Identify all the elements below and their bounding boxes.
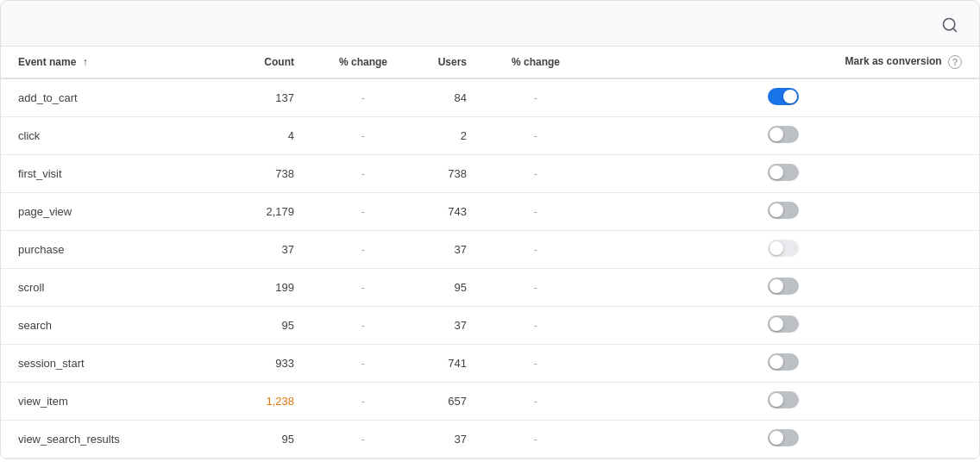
event-name-cell: page_view (1, 193, 225, 231)
col-count-change: % change (311, 47, 415, 78)
count-cell: 95 (225, 421, 311, 458)
count-change-cell: - (311, 269, 415, 307)
toggle-switch[interactable] (768, 391, 799, 409)
count-cell: 738 (225, 155, 311, 193)
toggle-container (605, 315, 962, 333)
users-cell: 37 (415, 231, 484, 269)
table-header-row: Event name ↑ Count % change Users % chan… (1, 47, 979, 78)
users-change-cell: - (484, 155, 587, 193)
event-name-cell: first_visit (1, 155, 225, 193)
users-change-cell: - (484, 421, 587, 458)
toggle-cell[interactable] (587, 383, 979, 421)
table-row: first_visit738-738- (1, 155, 979, 193)
col-event-name-label: Event name (18, 56, 76, 68)
toggle-switch[interactable] (768, 429, 799, 446)
panel-header (1, 1, 979, 47)
table-row: view_search_results95-37- (1, 421, 979, 458)
toggle-container (605, 353, 962, 371)
toggle-switch[interactable] (768, 240, 799, 257)
col-count: Count (225, 47, 311, 78)
toggle-cell[interactable] (587, 155, 979, 193)
table-row: purchase37-37- (1, 231, 979, 269)
users-cell: 37 (415, 307, 484, 345)
sort-asc-icon: ↑ (83, 56, 88, 68)
col-mark-conversion: Mark as conversion ? (587, 47, 979, 78)
col-users-change: % change (484, 47, 587, 78)
existing-events-panel: Event name ↑ Count % change Users % chan… (0, 0, 980, 459)
toggle-cell[interactable] (587, 307, 979, 345)
event-name-cell: view_item (1, 383, 225, 421)
count-change-cell: - (311, 383, 415, 421)
toggle-switch[interactable] (768, 164, 799, 181)
events-table: Event name ↑ Count % change Users % chan… (1, 47, 979, 458)
toggle-cell[interactable] (587, 231, 979, 269)
users-change-cell: - (484, 269, 587, 307)
table-row: add_to_cart137-84- (1, 78, 979, 117)
toggle-switch[interactable] (768, 315, 799, 333)
count-change-cell: - (311, 78, 415, 117)
toggle-knob (770, 431, 783, 445)
users-change-cell: - (484, 307, 587, 345)
search-button[interactable] (938, 13, 962, 37)
toggle-switch[interactable] (768, 278, 799, 295)
toggle-cell[interactable] (587, 78, 979, 117)
users-cell: 738 (415, 155, 484, 193)
count-change-cell: - (311, 307, 415, 345)
toggle-cell[interactable] (587, 269, 979, 307)
count-change-cell: - (311, 231, 415, 269)
toggle-container (605, 164, 962, 181)
table-row: session_start933-741- (1, 345, 979, 383)
toggle-switch[interactable] (768, 126, 799, 143)
event-name-cell: scroll (1, 269, 225, 307)
toggle-switch[interactable] (768, 88, 799, 105)
col-users: Users (415, 47, 484, 78)
toggle-switch[interactable] (768, 353, 799, 371)
toggle-knob (770, 393, 783, 407)
count-cell: 1,238 (225, 383, 311, 421)
count-change-cell: - (311, 345, 415, 383)
search-icon (941, 16, 958, 34)
col-event-name[interactable]: Event name ↑ (1, 47, 225, 78)
users-change-cell: - (484, 117, 587, 155)
count-cell: 199 (225, 269, 311, 307)
users-change-cell: - (484, 345, 587, 383)
toggle-container (605, 88, 962, 105)
users-cell: 2 (415, 117, 484, 155)
count-change-cell: - (311, 117, 415, 155)
table-row: page_view2,179-743- (1, 193, 979, 231)
table-row: scroll199-95- (1, 269, 979, 307)
toggle-knob (770, 279, 783, 293)
toggle-container (605, 278, 962, 295)
toggle-knob (770, 165, 783, 179)
count-cell: 4 (225, 117, 311, 155)
users-change-cell: - (484, 383, 587, 421)
help-icon[interactable]: ? (948, 55, 962, 69)
count-change-cell: - (311, 155, 415, 193)
table-row: view_item1,238-657- (1, 383, 979, 421)
count-cell: 95 (225, 307, 311, 345)
toggle-container (605, 202, 962, 219)
users-cell: 84 (415, 78, 484, 117)
toggle-cell[interactable] (587, 345, 979, 383)
users-cell: 657 (415, 383, 484, 421)
toggle-container (605, 391, 962, 409)
table-row: click4-2- (1, 117, 979, 155)
count-cell: 137 (225, 78, 311, 117)
event-name-cell: add_to_cart (1, 78, 225, 117)
event-name-cell: purchase (1, 231, 225, 269)
toggle-cell[interactable] (587, 421, 979, 458)
toggle-cell[interactable] (587, 117, 979, 155)
users-cell: 743 (415, 193, 484, 231)
toggle-container (605, 429, 962, 446)
toggle-knob (770, 355, 783, 369)
toggle-switch[interactable] (768, 202, 799, 219)
toggle-cell[interactable] (587, 193, 979, 231)
table-row: search95-37- (1, 307, 979, 345)
svg-line-1 (953, 28, 957, 32)
toggle-knob (770, 203, 783, 217)
event-name-cell: search (1, 307, 225, 345)
users-change-cell: - (484, 78, 587, 117)
event-name-cell: view_search_results (1, 421, 225, 458)
toggle-knob (770, 241, 783, 255)
toggle-container (605, 240, 962, 257)
